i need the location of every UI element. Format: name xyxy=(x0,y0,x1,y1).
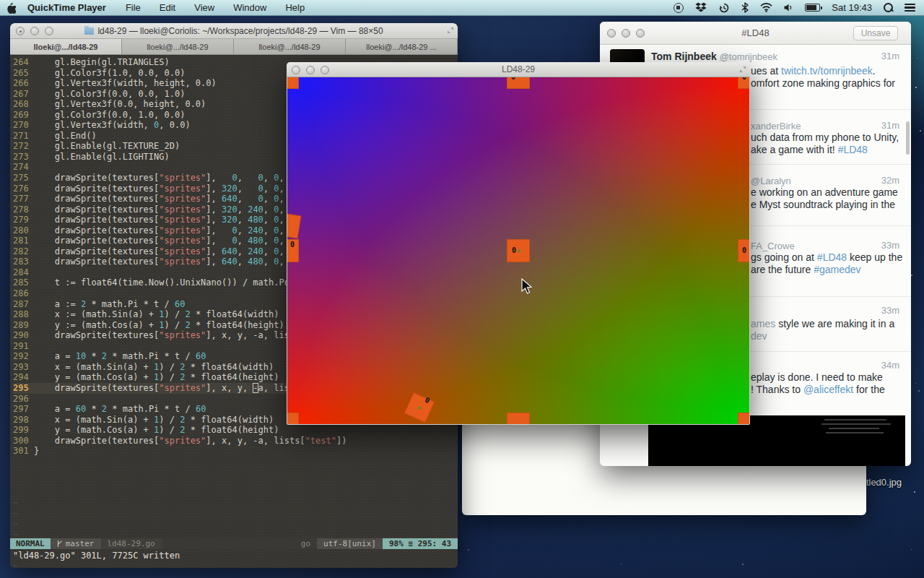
game-viewport[interactable]: 0000+00+ xyxy=(287,77,749,424)
tweet-timestamp: 34m xyxy=(881,360,899,371)
apple-menu[interactable] xyxy=(0,2,22,14)
tweet-link[interactable]: @aliceffekt xyxy=(803,384,853,395)
tweet-author-handle[interactable]: @tomrijnbeek xyxy=(720,51,777,62)
wifi-icon[interactable] xyxy=(754,0,778,16)
tweet-header: Tom Rijnbeek @tomrijnbeek xyxy=(651,51,777,62)
menu-item-window[interactable]: Window xyxy=(224,2,276,13)
terminal-tab-1[interactable]: lloeki@.../ld48-29 xyxy=(10,39,122,54)
menu-clock[interactable]: Sat 19:43 xyxy=(826,2,878,13)
terminal-tab-3[interactable]: lloeki@.../ld48-29 xyxy=(234,39,346,54)
zoom-button-icon[interactable] xyxy=(45,27,53,35)
window-controls[interactable] xyxy=(607,29,645,38)
tweet-timestamp: 31m xyxy=(881,120,899,131)
desktop-file-label[interactable]: itled0.jpg xyxy=(864,477,902,488)
window-controls[interactable] xyxy=(292,66,329,74)
resize-icon[interactable] xyxy=(447,27,454,34)
notification-list-icon[interactable] xyxy=(899,0,924,16)
game-sprite xyxy=(287,212,301,239)
tweet-link[interactable]: #gamedev xyxy=(814,264,860,275)
zoom-button-icon[interactable] xyxy=(636,29,645,38)
sprite-counter-label: 0 xyxy=(290,241,295,249)
minimize-button-icon[interactable] xyxy=(306,66,315,74)
sprite-counter-label: 0 xyxy=(742,77,746,81)
game-titlebar[interactable]: LD48-29 xyxy=(287,62,750,77)
game-sprite xyxy=(738,413,749,424)
tweet-author-handle[interactable]: xanderBirke xyxy=(751,121,801,131)
tweet-text-line: omfort zone making graphics for xyxy=(751,77,895,89)
desktop: itled0.jpg #LD48 Unsave Tom Rijnbeek @to… xyxy=(0,0,924,578)
code-line: 300 drawSprite(textures["sprites"], x, y… xyxy=(13,436,346,447)
tweet-text-line: gs going on at #LD48 keep up the xyxy=(751,251,902,263)
tweet-link[interactable]: twitch.tv/tomrijnbeek xyxy=(781,65,873,77)
close-button-icon[interactable] xyxy=(292,66,300,74)
tweet-text-line: ues at twitch.tv/tomrijnbeek. xyxy=(751,65,876,77)
status-menus: Sat 19:43 xyxy=(668,0,924,16)
volume-icon[interactable] xyxy=(778,0,799,16)
zoom-button-icon[interactable] xyxy=(321,66,329,74)
menu-item-view[interactable]: View xyxy=(185,2,224,13)
apple-logo-icon xyxy=(6,2,16,14)
battery-icon[interactable] xyxy=(799,0,826,16)
unsave-button[interactable]: Unsave xyxy=(853,26,898,40)
tweet-link[interactable]: #LD48 xyxy=(817,251,847,263)
tweet-header: FA_Crowe xyxy=(751,240,795,251)
minimize-button-icon[interactable] xyxy=(622,29,630,38)
tweet-timestamp: 33m xyxy=(881,305,899,316)
game-sprite: 0 xyxy=(507,77,530,89)
vim-message-line: "ld48-29.go" 301L, 7725C written xyxy=(13,551,180,561)
tweet-text-line: dev xyxy=(751,330,767,342)
twitter-titlebar[interactable]: #LD48 Unsave xyxy=(600,22,911,45)
close-button-icon[interactable] xyxy=(607,29,616,38)
scrollbar[interactable] xyxy=(906,121,910,155)
tweet-timestamp: 31m xyxy=(881,51,899,61)
record-stop-icon[interactable] xyxy=(668,0,689,16)
sprite-center-cross-icon: + xyxy=(516,246,521,256)
game-sprite: 0 xyxy=(287,239,299,262)
vim-mode-indicator: NORMAL xyxy=(10,538,51,549)
terminal-tab-4[interactable]: lloeki@.../ld48-29 ... xyxy=(346,39,458,54)
git-branch-icon xyxy=(57,540,63,548)
game-sprite xyxy=(287,77,299,89)
encoding-segment: utf-8[unix] xyxy=(317,538,383,549)
minimize-button-icon[interactable] xyxy=(30,27,39,35)
app-menu-title[interactable]: QuickTime Player xyxy=(22,2,116,13)
tweet-text-line: ! Thanks to @aliceffekt for the xyxy=(751,384,885,395)
star-field xyxy=(915,87,917,88)
menu-item-help[interactable]: Help xyxy=(276,2,314,13)
spotlight-icon[interactable] xyxy=(878,0,899,16)
app-menus: QuickTime Player FileEditViewWindowHelp xyxy=(22,2,314,13)
terminal-titlebar[interactable]: ld48-29 — lloeki@Coriolis: ~/Workspace/p… xyxy=(10,23,458,39)
close-button-icon[interactable] xyxy=(16,27,25,35)
menu-item-edit[interactable]: Edit xyxy=(150,2,185,13)
game-window[interactable]: LD48-29 0000+00+ xyxy=(287,62,750,425)
tweet-text-line: e working on an adventure game xyxy=(751,186,898,198)
tweet-link[interactable]: #LD48 xyxy=(838,144,868,155)
terminal-tab-bar[interactable]: lloeki@.../ld48-29lloeki@.../ld48-29lloe… xyxy=(10,39,458,55)
mouse-cursor-icon xyxy=(521,278,534,296)
tweet-text-line: ames style we are making it in a xyxy=(751,318,894,329)
tweet-author-handle[interactable]: @Laralyn xyxy=(751,176,791,186)
time-machine-icon[interactable] xyxy=(712,0,736,16)
game-sprite xyxy=(507,413,530,424)
vim-statusline: NORMAL master ld48-29.go go utf-8[unix] … xyxy=(10,538,458,549)
tweet-header: @Laralyn xyxy=(751,175,791,186)
bluetooth-icon[interactable] xyxy=(736,0,754,16)
game-sprite: 0 xyxy=(738,77,749,89)
tweet-author-name[interactable]: Tom Rijnbeek xyxy=(651,51,720,62)
game-sprite xyxy=(287,413,299,424)
tweet-text-line: e Myst soundtrack playing in the xyxy=(751,199,895,210)
game-sprite: 0 xyxy=(738,239,749,262)
code-line: 301 } xyxy=(13,446,346,457)
dropbox-icon[interactable] xyxy=(689,0,712,16)
terminal-tab-2[interactable]: lloeki@.../ld48-29 xyxy=(122,39,234,54)
game-sprite: 0+ xyxy=(507,239,530,262)
tweet-author-handle[interactable]: FA_Crowe xyxy=(751,241,795,251)
window-controls[interactable] xyxy=(16,27,53,35)
sprite-counter-label: 0 xyxy=(742,246,746,254)
sprite-counter-label: 0 xyxy=(511,77,515,81)
folder-icon xyxy=(84,27,94,35)
resize-icon[interactable] xyxy=(739,66,746,73)
code-line: 299 y = (math.Cos(a) + 1) / 2 * float64(… xyxy=(13,425,346,436)
tweet-text-line: are the future #gamedev xyxy=(751,264,861,275)
menu-item-file[interactable]: File xyxy=(116,2,150,13)
